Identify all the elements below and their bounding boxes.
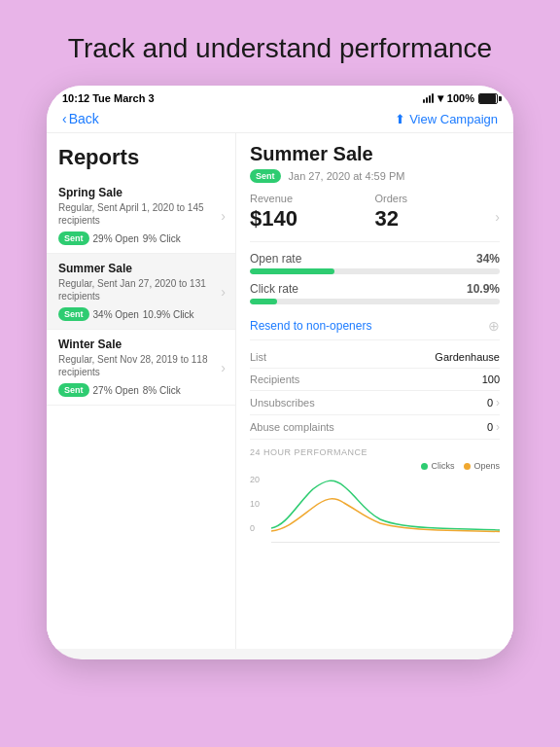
- left-panel: Reports Spring Sale Regular, Sent April …: [47, 133, 236, 649]
- main-content: Reports Spring Sale Regular, Sent April …: [47, 133, 513, 649]
- click-rate-bar-fill: [250, 299, 277, 304]
- legend-opens: Opens: [464, 461, 500, 471]
- chart-container: 20 10 0: [250, 475, 500, 543]
- row-chevron-icon: ›: [496, 420, 500, 434]
- nav-bar: ‹ Back ⬆ View Campaign: [47, 107, 513, 133]
- status-time: 10:12 Tue March 3: [62, 92, 155, 104]
- campaign-detail-title: Summer Sale: [250, 143, 500, 165]
- list-item-chevron: ›: [221, 284, 226, 300]
- status-bar: 10:12 Tue March 3 ▾ 100%: [47, 86, 513, 107]
- opens-legend-label: Opens: [473, 461, 500, 471]
- info-row-abuse-complaints[interactable]: Abuse complaints 0›: [250, 415, 500, 440]
- revenue-block: Revenue $140: [250, 193, 375, 231]
- campaign-tags: Sent 34% Open 10.9% Click: [58, 307, 224, 321]
- revenue-orders-row[interactable]: Revenue $140 Orders 32 ›: [250, 193, 500, 242]
- row-chevron-icon: ›: [496, 396, 500, 409]
- clicks-line: [271, 481, 500, 531]
- open-stat: 34% Open: [93, 309, 139, 320]
- y-label-20: 20: [250, 475, 260, 484]
- open-stat: 29% Open: [93, 233, 139, 244]
- page-headline: Track and understand performance: [29, 0, 531, 86]
- open-rate-bar-fill: [250, 268, 334, 274]
- revenue-value: $140: [250, 206, 375, 231]
- sent-tag: Sent: [58, 307, 89, 321]
- list-item-chevron: ›: [221, 360, 226, 375]
- right-panel: Summer Sale Sent Jan 27, 2020 at 4:59 PM…: [236, 133, 513, 649]
- info-row-recipients: Recipients 100: [250, 369, 500, 391]
- status-right: ▾ 100%: [423, 91, 498, 105]
- back-chevron-icon: ‹: [62, 111, 67, 126]
- opens-line: [271, 499, 500, 532]
- orders-label: Orders: [375, 193, 501, 204]
- signal-icon: [423, 93, 434, 103]
- sent-badge: Sent: [250, 169, 281, 183]
- page-wrapper: Track and understand performance 10:12 T…: [0, 0, 560, 747]
- revenue-chevron-icon: ›: [495, 209, 500, 225]
- chart-legend: Clicks Opens: [250, 461, 500, 471]
- wifi-icon: ▾: [438, 91, 443, 105]
- info-rows: List Gardenhause Recipients 100 Unsubscr…: [250, 346, 500, 440]
- chart-x-axis: [271, 542, 500, 543]
- opens-dot: [464, 463, 471, 470]
- open-stat: 27% Open: [93, 385, 139, 396]
- view-campaign-button[interactable]: ⬆ View Campaign: [395, 112, 498, 126]
- chart-svg: [271, 475, 500, 533]
- clicks-legend-label: Clicks: [431, 461, 454, 471]
- click-stat: 10.9% Click: [143, 309, 194, 320]
- click-rate-bar-bg: [250, 299, 500, 304]
- chart-section: 24 HOUR PERFORMANCE Clicks Opens: [250, 447, 500, 543]
- open-rate-row: Open rate 34%: [250, 252, 500, 274]
- campaign-tags: Sent 27% Open 8% Click: [58, 383, 224, 397]
- legend-clicks: Clicks: [421, 461, 454, 471]
- back-button[interactable]: ‹ Back: [62, 111, 99, 126]
- campaign-desc: Regular, Sent April 1, 2020 to 145 recip…: [58, 201, 224, 227]
- y-label-0: 0: [250, 523, 260, 533]
- click-stat: 9% Click: [143, 233, 181, 244]
- campaign-item-summer[interactable]: Summer Sale Regular, Sent Jan 27, 2020 t…: [47, 254, 235, 330]
- open-rate-bar-bg: [250, 268, 500, 274]
- info-row-unsubscribes[interactable]: Unsubscribes 0›: [250, 391, 500, 415]
- reports-title: Reports: [47, 133, 235, 178]
- list-item-chevron: ›: [221, 208, 226, 224]
- sent-date: Jan 27, 2020 at 4:59 PM: [289, 170, 405, 182]
- campaign-tags: Sent 29% Open 9% Click: [58, 231, 224, 245]
- campaign-name: Spring Sale: [58, 186, 224, 199]
- click-stat: 8% Click: [143, 385, 181, 396]
- clicks-dot: [421, 463, 428, 470]
- info-row-list: List Gardenhause: [250, 346, 500, 369]
- resend-link[interactable]: Resend to non-openers ⊕: [250, 312, 500, 340]
- click-rate-label: Click rate: [250, 282, 298, 296]
- campaign-desc: Regular, Sent Nov 28, 2019 to 118 recipi…: [58, 353, 224, 378]
- y-label-10: 10: [250, 499, 260, 509]
- campaign-item-spring[interactable]: Spring Sale Regular, Sent April 1, 2020 …: [47, 178, 235, 254]
- resend-icon: ⊕: [488, 318, 500, 334]
- orders-block: Orders 32: [375, 193, 501, 231]
- open-rate-value: 34%: [476, 252, 500, 266]
- chart-y-labels: 20 10 0: [250, 475, 260, 533]
- campaign-item-winter[interactable]: Winter Sale Regular, Sent Nov 28, 2019 t…: [47, 330, 235, 406]
- battery-pct: 100%: [447, 92, 474, 104]
- click-rate-value: 10.9%: [467, 282, 500, 296]
- campaign-name: Winter Sale: [58, 338, 224, 351]
- orders-value: 32: [375, 206, 501, 231]
- campaign-name: Summer Sale: [58, 262, 224, 275]
- revenue-label: Revenue: [250, 193, 375, 204]
- campaign-sent-info: Sent Jan 27, 2020 at 4:59 PM: [250, 169, 500, 183]
- phone-frame: 10:12 Tue March 3 ▾ 100% ‹ Back: [47, 86, 513, 659]
- open-rate-label: Open rate: [250, 252, 301, 266]
- upload-icon: ⬆: [395, 112, 405, 126]
- click-rate-row: Click rate 10.9%: [250, 282, 500, 304]
- chart-title: 24 HOUR PERFORMANCE: [250, 447, 500, 457]
- campaign-desc: Regular, Sent Jan 27, 2020 to 131 recipi…: [58, 277, 224, 302]
- battery-icon: [478, 93, 498, 104]
- sent-tag: Sent: [58, 383, 89, 397]
- sent-tag: Sent: [58, 231, 89, 245]
